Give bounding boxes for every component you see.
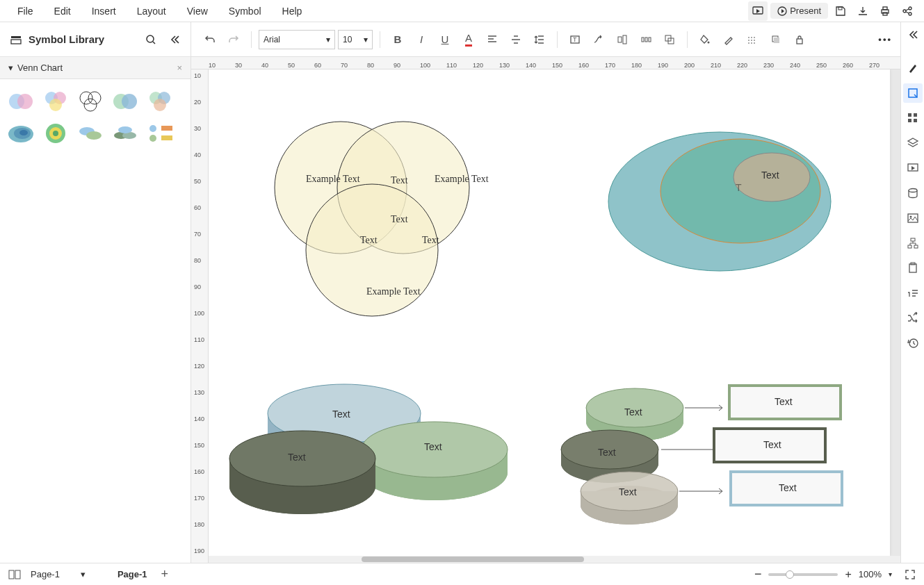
comment-button[interactable] [903, 283, 923, 303]
ruler-horizontal: 1030405060708090100110120130140150160170… [191, 57, 900, 69]
shape-venn3-alt[interactable] [145, 88, 175, 115]
shape-venn2-alt[interactable] [110, 88, 140, 115]
save-icon[interactable] [831, 1, 850, 21]
close-section-icon[interactable]: × [177, 63, 182, 73]
venn-label-b[interactable]: Example Text [435, 174, 489, 185]
shape-3d-stack2[interactable] [110, 120, 140, 147]
image-button[interactable] [903, 208, 923, 228]
size-selector[interactable]: 10▾ [338, 30, 373, 49]
venn-label-ac[interactable]: Text [360, 235, 378, 246]
venn-label-bc[interactable]: Text [422, 235, 439, 246]
menu-symbol[interactable]: Symbol [218, 6, 272, 17]
shadow-button[interactable] [765, 29, 786, 50]
menu-edit[interactable]: Edit [44, 6, 81, 17]
font-selector[interactable]: Arial▾ [259, 30, 335, 49]
apps-button[interactable] [903, 108, 923, 128]
slideshow-icon-button[interactable] [748, 1, 768, 21]
collapse-right-icon[interactable] [903, 28, 923, 42]
svg-rect-86 [909, 264, 916, 272]
zoom-out-button[interactable]: − [754, 567, 762, 582]
shape-nested-green[interactable] [40, 120, 71, 147]
stack3d-label-top[interactable]: Text [332, 409, 350, 420]
group-button[interactable] [659, 29, 680, 50]
fill-button[interactable] [695, 29, 715, 50]
redo-button[interactable] [223, 29, 244, 50]
lock-button[interactable] [789, 29, 810, 50]
add-page-button[interactable]: + [161, 567, 169, 582]
venn-label-abc[interactable]: Text [391, 214, 408, 225]
venn-diagram-3[interactable] [250, 118, 487, 340]
linked-disk-label-2[interactable]: Text [598, 447, 616, 458]
venn-label-ab[interactable]: Text [391, 175, 408, 186]
fullscreen-icon[interactable] [905, 569, 916, 580]
line-spacing-button[interactable] [529, 29, 550, 50]
share-icon[interactable] [898, 1, 917, 21]
present-button[interactable]: Present [770, 3, 828, 19]
print-icon[interactable] [875, 1, 895, 21]
tree-button[interactable] [903, 233, 923, 253]
zoom-in-button[interactable]: + [845, 568, 851, 581]
presentation-button[interactable] [903, 158, 923, 178]
page-tab-1[interactable]: Page-1 [111, 569, 154, 579]
history-button[interactable] [903, 333, 923, 353]
connector-button[interactable] [588, 29, 609, 50]
line-style-button[interactable] [742, 29, 763, 50]
stack3d-label-left[interactable]: Text [288, 452, 306, 463]
nested-label-inner[interactable]: Text [761, 170, 779, 181]
stack3d-label-right[interactable]: Text [424, 441, 442, 452]
menu-layout[interactable]: Layout [127, 6, 177, 17]
linked-disk-label-1[interactable]: Text [624, 406, 642, 418]
zoom-slider[interactable] [768, 573, 838, 576]
venn-label-c[interactable]: Example Text [366, 286, 421, 297]
collapse-left-icon[interactable] [169, 34, 180, 45]
nested-label-hidden[interactable]: T [736, 182, 742, 193]
stacked-3d-discs[interactable] [222, 375, 521, 514]
page-selector[interactable]: Page-1▾ [26, 568, 90, 581]
shape-venn3-color[interactable] [40, 88, 71, 115]
more-options-button[interactable]: ••• [878, 34, 892, 44]
linked-box-label-3[interactable]: Text [779, 482, 797, 493]
data-button[interactable] [903, 183, 923, 203]
menu-insert[interactable]: Insert [81, 6, 127, 17]
venn-label-a[interactable]: Example Text [306, 174, 360, 185]
svg-point-21 [122, 94, 137, 109]
search-icon[interactable] [145, 34, 156, 45]
download-icon[interactable] [853, 1, 873, 21]
shape-venn3-outline[interactable] [75, 88, 106, 115]
linked-box-label-2[interactable]: Text [763, 439, 781, 450]
align-objects-button[interactable] [612, 29, 633, 50]
shape-3d-stack[interactable] [75, 120, 106, 147]
pages-icon[interactable] [8, 570, 21, 579]
menu-help[interactable]: Help [272, 6, 313, 17]
text-align-button[interactable] [482, 29, 503, 50]
shuffle-button[interactable] [903, 308, 923, 328]
properties-button[interactable] [903, 83, 923, 103]
layers-button[interactable] [903, 133, 923, 153]
italic-button[interactable]: I [411, 29, 432, 50]
linked-box-label-1[interactable]: Text [775, 396, 793, 407]
line-color-button[interactable] [718, 29, 739, 50]
shape-linked[interactable] [145, 120, 175, 147]
bold-button[interactable]: B [387, 29, 408, 50]
menu-view[interactable]: View [177, 6, 218, 17]
text-color-button[interactable]: A [458, 29, 479, 50]
shape-venn2[interactable] [6, 88, 36, 115]
undo-button[interactable] [200, 29, 220, 50]
nested-ellipse-diagram[interactable] [605, 125, 841, 278]
vertical-align-button[interactable] [505, 29, 526, 50]
distribute-button[interactable] [635, 29, 656, 50]
horizontal-scrollbar[interactable] [209, 556, 900, 563]
linked-disk-label-3[interactable]: Text [619, 486, 637, 497]
linked-discs-diagram[interactable] [560, 379, 859, 538]
svg-point-30 [53, 131, 58, 136]
drawing-page[interactable]: Example Text Example Text Text Text Text… [209, 69, 890, 556]
underline-button[interactable]: U [435, 29, 455, 50]
clipboard-button[interactable] [903, 258, 923, 278]
canvas-area[interactable]: Example Text Example Text Text Text Text… [209, 69, 900, 563]
theme-button[interactable] [903, 58, 923, 78]
venn-chart-section-header[interactable]: ▾ Venn Chart × [0, 57, 191, 79]
shape-nested-ellipse[interactable] [6, 120, 36, 147]
menu-file[interactable]: File [7, 6, 44, 17]
svg-rect-75 [908, 113, 911, 117]
text-box-button[interactable]: T [565, 29, 585, 50]
